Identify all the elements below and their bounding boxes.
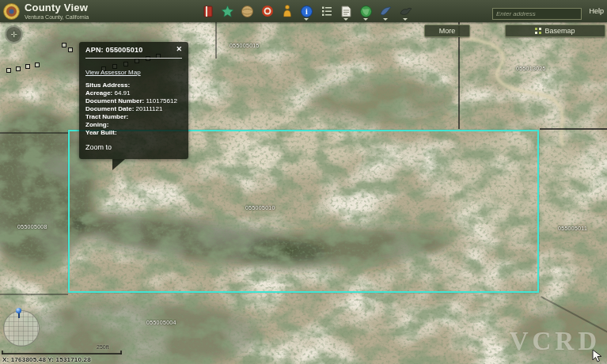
close-icon[interactable]: ✕ [176,46,182,53]
parcel-label: 055005008 [17,224,47,229]
search-input[interactable] [492,8,582,20]
locator-grid [4,311,39,346]
mouse-cursor-icon [592,349,602,362]
coordinates-readout: X: 1763805.48 Y: 1531710.28 [2,356,91,363]
basemap-button-label: Basemap [544,27,575,35]
field-document-number: Document Number: 110175612 [85,97,182,105]
pan-control[interactable]: ✛ [5,25,23,44]
survey-marker [35,63,40,67]
field-acreage: Acreage: 64.91 [85,89,182,97]
field-document-date: Document Date: 20111121 [85,105,182,113]
survey-marker [62,43,66,47]
more-button-label: More [439,27,456,35]
parcel-line [0,294,68,295]
parcel-info-popup: APN: 055005010 ✕ View Assessor Map Situs… [79,42,188,159]
wildlife-icon[interactable] [399,2,412,21]
pan-icon: ✛ [10,30,17,39]
help-link[interactable]: Help [589,7,604,15]
identify-person-icon[interactable] [280,2,294,21]
popup-tail [112,159,125,170]
dropdown-caret-icon [304,18,309,21]
bookmarks-icon[interactable] [201,2,214,21]
basemap-grid-icon [535,28,541,34]
survey-marker [16,66,21,71]
parcel-label: 055005015 [230,43,260,48]
survey-marker [25,64,30,69]
info-icon[interactable]: i [300,2,313,21]
water-swoosh-icon[interactable] [379,2,393,21]
app-title: County View [25,2,89,13]
header-bar: County View Ventura County, California i [0,0,607,22]
parcel-label: 055013025 [516,66,546,71]
zoom-to-button[interactable]: Zoom to [85,143,112,151]
green-globe-icon[interactable] [359,2,373,21]
field-zoning: Zoning: [85,121,182,129]
parcel-label: 055005011 [558,226,587,231]
field-year-built: Year Built: [85,129,182,137]
dropdown-caret-icon [383,18,388,21]
field-tract-number: Tract Number: [85,113,182,121]
dropdown-caret-icon [343,18,348,21]
basemap-sphere-icon[interactable] [241,2,254,21]
survey-marker [68,47,73,52]
assessor-map-link[interactable]: View Assessor Map [85,69,141,76]
draw-tools-icon[interactable] [221,2,234,21]
watermark: VCRD [510,327,601,356]
dropdown-caret-icon [403,18,408,21]
parcel-label: 055005004 [146,320,176,325]
locate-target-icon[interactable] [260,2,274,21]
report-page-icon[interactable] [340,2,353,21]
svg-text:i: i [305,7,308,16]
county-seal-logo [3,3,20,20]
legend-list-icon[interactable] [320,2,333,21]
more-button[interactable]: More [424,25,470,37]
toolbar: i [201,0,412,22]
parcel-line [215,22,217,59]
location-pin-icon [16,308,21,318]
scale-label: 250ft [97,344,109,350]
popup-title: APN: 055005010 [85,46,142,54]
basemap-button[interactable]: Basemap [505,25,605,37]
field-situs-address: Situs Address: [85,82,182,89]
dropdown-caret-icon [363,18,368,21]
parcel-line [458,22,460,129]
county-view-app: 055005015 055013025 055005008 055005010 … [0,0,607,364]
parcel-line [540,128,607,130]
parcel-line [0,132,68,134]
overview-locator[interactable] [3,310,40,347]
survey-marker [6,68,11,73]
app-subtitle: Ventura County, California [25,14,89,20]
